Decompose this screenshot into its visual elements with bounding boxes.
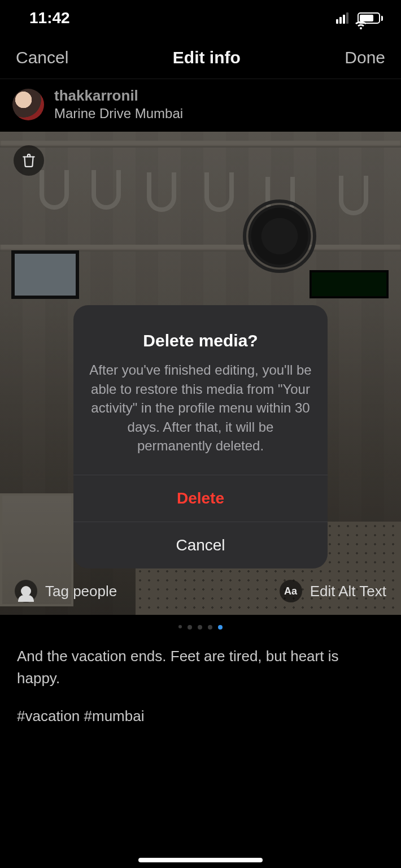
- person-icon: [15, 580, 37, 602]
- carousel-dot: [198, 625, 202, 630]
- tag-people-button[interactable]: Tag people: [15, 580, 117, 602]
- carousel-dot-active: [218, 625, 223, 630]
- status-time: 11:42: [29, 9, 70, 27]
- author-row: thakkarronil Marine Drive Mumbai: [0, 79, 401, 132]
- battery-icon: [358, 12, 383, 24]
- cancel-button[interactable]: Cancel: [16, 48, 68, 67]
- carousel-dot: [188, 625, 192, 630]
- trash-icon: [21, 153, 36, 168]
- dialog-body: After you've finished editing, you'll be…: [89, 361, 312, 455]
- edit-alt-text-label: Edit Alt Text: [310, 583, 386, 600]
- avatar[interactable]: [12, 89, 44, 120]
- page-title: Edit info: [173, 48, 241, 67]
- username[interactable]: thakkarronil: [54, 87, 183, 105]
- home-indicator[interactable]: [138, 858, 263, 862]
- cellular-icon: [336, 12, 348, 24]
- carousel-dot: [178, 625, 182, 628]
- dialog-title: Delete media?: [89, 331, 312, 350]
- delete-media-dialog: Delete media? After you've finished edit…: [73, 305, 328, 568]
- tag-people-label: Tag people: [45, 583, 117, 600]
- caption-editor[interactable]: And the vacation ends. Feet are tired, b…: [0, 634, 401, 727]
- dialog-delete-button[interactable]: Delete: [73, 475, 328, 522]
- status-icons: [336, 12, 383, 24]
- alt-text-icon: Aa: [280, 580, 302, 602]
- caption-line: And the vacation ends. Feet are tired, b…: [17, 645, 384, 689]
- caption-hashtags: #vacation #mumbai: [17, 705, 384, 727]
- edit-alt-text-button[interactable]: Aa Edit Alt Text: [280, 580, 386, 602]
- photo-actions: Tag people Aa Edit Alt Text: [0, 580, 401, 602]
- carousel-dot: [208, 625, 212, 630]
- navbar: Cancel Edit info Done: [0, 36, 401, 79]
- delete-photo-button[interactable]: [14, 145, 44, 176]
- status-bar: 11:42: [0, 0, 401, 36]
- carousel-dots: [0, 615, 401, 634]
- location[interactable]: Marine Drive Mumbai: [54, 106, 183, 121]
- done-button[interactable]: Done: [345, 48, 385, 67]
- dialog-cancel-button[interactable]: Cancel: [73, 522, 328, 568]
